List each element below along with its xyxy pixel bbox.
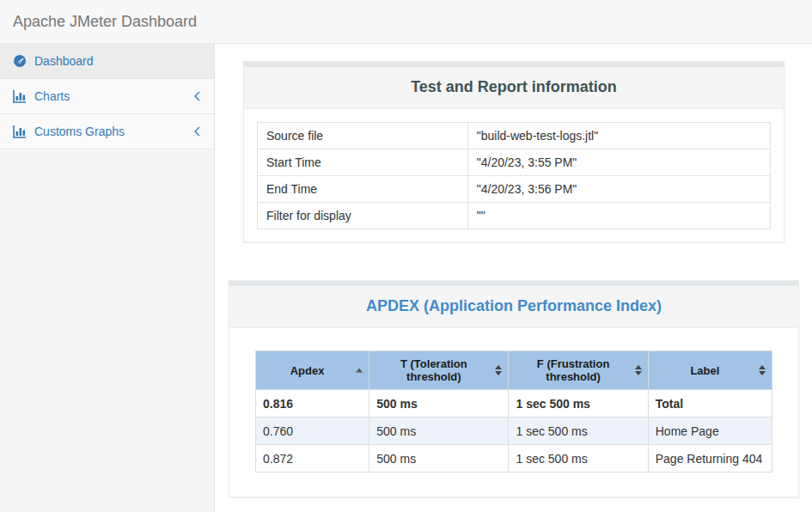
apdex-value: 0.816	[256, 390, 369, 418]
app-title: Apache JMeter Dashboard	[13, 13, 197, 31]
chevron-left-icon[interactable]	[192, 90, 201, 102]
sort-both-icon	[495, 365, 502, 375]
panel-heading: APDEX (Application Performance Index)	[229, 286, 798, 328]
sidebar-item-dashboard[interactable]: Dashboard	[0, 44, 214, 79]
tachometer-icon	[13, 55, 28, 68]
table-row: Start Time "4/20/23, 3:55 PM"	[258, 149, 771, 176]
column-header-toleration[interactable]: T (Toleration threshold)	[369, 351, 509, 390]
apdex-header-row: Apdex T (Toleration threshold) F (Frustr…	[256, 351, 772, 390]
apdex-value: 0.872	[256, 445, 369, 472]
frustration-value: 1 sec 500 ms	[509, 418, 648, 445]
info-label: Filter for display	[258, 203, 468, 229]
sort-both-icon	[635, 365, 642, 375]
column-header-apdex[interactable]: Apdex	[256, 351, 369, 390]
info-value: "build-web-test-logs.jtl"	[467, 123, 770, 149]
sort-both-icon	[759, 365, 766, 375]
test-report-info-panel: Test and Report information Source file …	[243, 61, 785, 242]
main-content: Test and Report information Source file …	[215, 44, 812, 512]
apdex-row-page-404: 0.872 500 ms 1 sec 500 ms Page Returning…	[256, 445, 772, 472]
frustration-value: 1 sec 500 ms	[509, 390, 648, 418]
info-value: "4/20/23, 3:56 PM"	[467, 176, 770, 203]
panel-body: Apdex T (Toleration threshold) F (Frustr…	[229, 328, 798, 497]
info-value: "4/20/23, 3:55 PM"	[467, 149, 770, 176]
test-report-info-table: Source file "build-web-test-logs.jtl" St…	[257, 122, 771, 229]
panel-title: Test and Report information	[257, 78, 771, 96]
table-row: Source file "build-web-test-logs.jtl"	[258, 123, 771, 149]
label-value: Page Returning 404	[648, 445, 772, 472]
sidebar-item-label: Charts	[34, 89, 70, 103]
label-value: Home Page	[648, 418, 772, 445]
toleration-value: 500 ms	[369, 418, 509, 445]
info-value: ""	[467, 203, 770, 229]
panel-heading: Test and Report information	[244, 67, 784, 109]
info-label: Start Time	[258, 149, 468, 176]
apdex-row-total: 0.816 500 ms 1 sec 500 ms Total	[256, 390, 772, 418]
frustration-value: 1 sec 500 ms	[509, 445, 648, 472]
sidebar-item-customs-graphs[interactable]: Customs Graphs	[0, 114, 214, 149]
info-label: End Time	[258, 176, 468, 203]
table-row: End Time "4/20/23, 3:56 PM"	[258, 176, 771, 203]
sidebar-item-label: Customs Graphs	[34, 125, 125, 138]
column-header-frustration[interactable]: F (Frustration threshold)	[509, 351, 648, 390]
bar-chart-icon	[13, 125, 28, 138]
top-navbar: Apache JMeter Dashboard	[0, 0, 812, 44]
sidebar: Dashboard Charts	[0, 44, 215, 512]
panel-body: Source file "build-web-test-logs.jtl" St…	[244, 109, 784, 241]
panel-title: APDEX (Application Performance Index)	[242, 297, 785, 315]
toleration-value: 500 ms	[369, 390, 509, 418]
apdex-row-home-page: 0.760 500 ms 1 sec 500 ms Home Page	[256, 418, 772, 445]
table-row: Filter for display ""	[258, 203, 771, 229]
toleration-value: 500 ms	[369, 445, 509, 472]
apdex-value: 0.760	[256, 418, 369, 445]
chevron-left-icon[interactable]	[192, 125, 201, 137]
info-label: Source file	[258, 123, 468, 149]
label-value: Total	[648, 390, 772, 418]
sidebar-item-charts[interactable]: Charts	[0, 79, 214, 114]
sort-asc-icon	[356, 369, 363, 373]
column-header-label[interactable]: Label	[648, 351, 772, 390]
bar-chart-icon	[13, 90, 28, 103]
apdex-table: Apdex T (Toleration threshold) F (Frustr…	[255, 350, 772, 472]
apdex-panel: APDEX (Application Performance Index) Ap…	[229, 280, 799, 497]
sidebar-item-label: Dashboard	[34, 54, 94, 68]
